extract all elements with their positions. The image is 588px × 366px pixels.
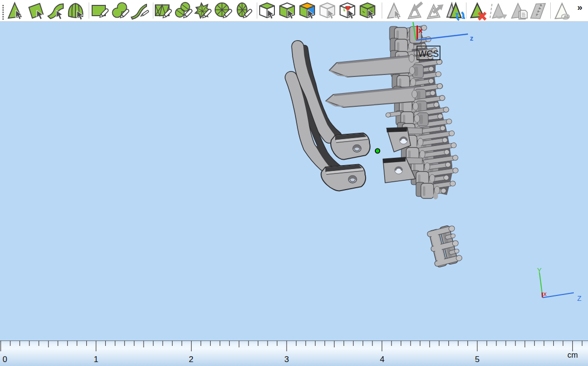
svg-text:cm: cm (567, 351, 578, 359)
svg-text:4: 4 (380, 355, 384, 364)
svg-text:Z: Z (577, 294, 582, 302)
svg-text:0: 0 (2, 355, 7, 364)
svg-text:Y: Y (537, 267, 542, 274)
svg-text:1: 1 (94, 355, 98, 364)
svg-text:3: 3 (284, 355, 289, 364)
svg-text:WCS: WCS (418, 49, 439, 59)
svg-text:2: 2 (189, 355, 193, 364)
svg-text:z: z (470, 34, 473, 42)
svg-text:x: x (418, 26, 423, 34)
svg-text:x: x (543, 290, 547, 297)
svg-text:5: 5 (475, 355, 479, 364)
